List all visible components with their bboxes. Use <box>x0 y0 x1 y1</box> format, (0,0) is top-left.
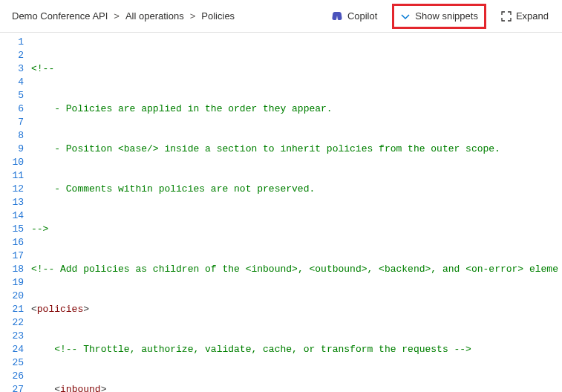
line-number: 7 <box>0 116 24 129</box>
line-number: 23 <box>0 330 24 343</box>
copilot-icon <box>331 10 343 22</box>
code-line: - Position <base/> inside a section to i… <box>31 143 562 156</box>
line-number: 10 <box>0 156 24 169</box>
toolbar: Copilot Show snippets Expand <box>330 4 550 29</box>
expand-label: Expand <box>516 10 549 22</box>
line-number: 26 <box>0 370 24 383</box>
line-number: 13 <box>0 196 24 209</box>
copilot-label: Copilot <box>347 10 377 22</box>
code-line: - Comments within policies are not prese… <box>31 183 562 196</box>
breadcrumb: Demo Conference API > All operations > P… <box>12 10 330 22</box>
line-number: 18 <box>0 263 24 276</box>
code-editor[interactable]: 1 2 3 4 5 6 7 8 9 10 11 12 13 14 15 16 1… <box>0 33 562 392</box>
line-number: 25 <box>0 356 24 370</box>
code-line: <!-- Add policies as children of the <in… <box>31 263 562 276</box>
line-number: 1 <box>0 36 24 49</box>
breadcrumb-sep: > <box>114 10 120 22</box>
expand-button[interactable]: Expand <box>500 7 550 24</box>
line-number: 19 <box>0 276 24 290</box>
code-content[interactable]: <!-- - Policies are applied in the order… <box>31 33 562 392</box>
line-number: 8 <box>0 129 24 143</box>
snippets-highlight: Show snippets <box>392 4 486 29</box>
line-number: 12 <box>0 183 24 196</box>
line-number: 16 <box>0 236 24 249</box>
show-snippets-button[interactable]: Show snippets <box>399 7 480 24</box>
chevron-down-icon <box>400 11 411 22</box>
breadcrumb-operations[interactable]: All operations <box>125 10 184 22</box>
code-line: - Policies are applied in the order they… <box>31 102 562 116</box>
code-line: --> <box>31 223 562 236</box>
line-number: 21 <box>0 303 24 316</box>
expand-icon <box>501 11 512 22</box>
line-number: 17 <box>0 249 24 263</box>
line-number: 20 <box>0 290 24 303</box>
line-number: 22 <box>0 316 24 330</box>
line-number: 5 <box>0 89 24 102</box>
breadcrumb-policies[interactable]: Policies <box>201 10 235 22</box>
code-line: <inbound> <box>31 383 562 392</box>
breadcrumb-sep: > <box>190 10 196 22</box>
line-number: 24 <box>0 343 24 356</box>
code-line: <!-- Throttle, authorize, validate, cach… <box>31 343 562 356</box>
header-bar: Demo Conference API > All operations > P… <box>0 0 562 33</box>
line-number: 4 <box>0 76 24 89</box>
line-number: 3 <box>0 62 24 76</box>
code-line: <!-- <box>31 62 562 76</box>
code-line: <policies> <box>31 303 562 316</box>
line-number: 27 <box>0 383 24 392</box>
line-number: 6 <box>0 102 24 116</box>
breadcrumb-api[interactable]: Demo Conference API <box>12 10 108 22</box>
line-number: 15 <box>0 223 24 236</box>
line-number: 11 <box>0 169 24 183</box>
line-number: 14 <box>0 209 24 223</box>
copilot-button[interactable]: Copilot <box>330 7 379 25</box>
line-number: 9 <box>0 143 24 156</box>
line-number: 2 <box>0 49 24 62</box>
line-gutter: 1 2 3 4 5 6 7 8 9 10 11 12 13 14 15 16 1… <box>0 33 31 392</box>
snippets-label: Show snippets <box>415 10 478 22</box>
